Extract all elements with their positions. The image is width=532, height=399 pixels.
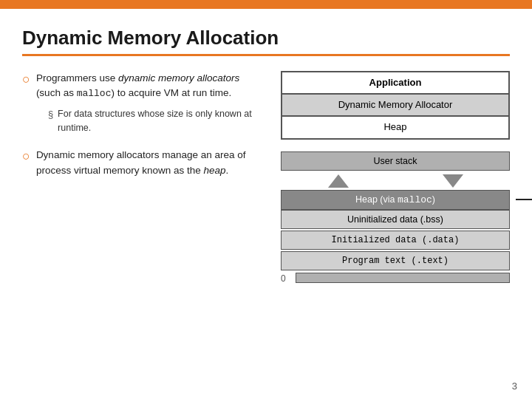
bullet-2: ○ Dynamic memory allocators manage an ar…	[22, 148, 266, 178]
heap-label-box: Heap	[282, 116, 509, 138]
malloc-code-2: malloc	[398, 194, 432, 205]
bullet-text-1: Programmers use dynamic memory allocator…	[36, 71, 266, 140]
zero-label: 0	[281, 272, 296, 284]
slide-title: Dynamic Memory Allocation	[22, 27, 510, 56]
sub-bullet-sym-1: §	[48, 107, 53, 135]
sub-bullet-text-1: For data structures whose size is only k…	[58, 107, 266, 135]
dynamic-memory-link: dynamic memory allocators	[118, 72, 239, 83]
arrows-row	[281, 172, 510, 190]
initialized-row: Initialized data (.data)	[281, 231, 510, 250]
heap-malloc-row-container: Heap (via malloc) Top of heap(brk ptr)	[281, 190, 510, 210]
initialized-box: Initialized data (.data)	[281, 231, 510, 250]
heap-link: heap	[203, 165, 225, 176]
brk-line	[516, 199, 532, 200]
program-text-box: Program text (.text)	[281, 251, 510, 270]
top-bar	[0, 0, 532, 9]
page-number: 3	[512, 381, 517, 392]
uninitialized-row: Uninitialized data (.bss)	[281, 210, 510, 229]
zero-box	[296, 273, 510, 283]
app-diagram: Application Dynamic Memory Allocator Hea…	[281, 71, 510, 140]
application-box: Application	[282, 72, 509, 94]
zero-row: 0	[281, 272, 510, 284]
program-text-row: Program text (.text)	[281, 251, 510, 270]
bullet-text-2: Dynamic memory allocators manage an area…	[36, 148, 266, 178]
dma-box: Dynamic Memory Allocator	[282, 94, 509, 116]
uninitialized-box: Uninitialized data (.bss)	[281, 210, 510, 229]
malloc-code: malloc	[77, 88, 112, 99]
left-column: ○ Programmers use dynamic memory allocat…	[22, 71, 266, 285]
bullet-1: ○ Programmers use dynamic memory allocat…	[22, 71, 266, 140]
right-column: Application Dynamic Memory Allocator Hea…	[281, 71, 510, 285]
bullet-symbol-2: ○	[22, 148, 30, 178]
bullet-symbol-1: ○	[22, 71, 30, 140]
user-stack-row: User stack	[281, 151, 510, 171]
stack-diagram: User stack Heap (via malloc) Top of heap…	[281, 151, 510, 285]
brk-ptr-area: Top of heap(brk ptr)	[516, 190, 532, 210]
user-stack-box: User stack	[281, 151, 510, 171]
content-area: ○ Programmers use dynamic memory allocat…	[22, 71, 510, 285]
arrow-down-icon	[443, 174, 463, 188]
slide-container: Dynamic Memory Allocation ○ Programmers …	[0, 9, 532, 399]
sub-bullet-1: § For data structures whose size is only…	[48, 107, 266, 135]
heap-malloc-box: Heap (via malloc)	[281, 190, 510, 210]
arrow-up-icon	[328, 174, 349, 188]
